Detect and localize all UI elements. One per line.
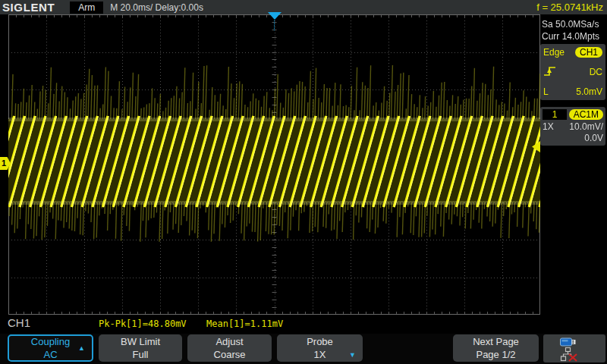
adjust-label: Adjust xyxy=(187,335,272,348)
next-page-label: Next Page xyxy=(453,335,539,348)
channel1-info-panel[interactable]: 1 AC1M 1X 10.0mV/ 0.0V xyxy=(540,107,605,146)
channel-offset-readout: 0.0V xyxy=(584,133,603,143)
channel-id-row: 1 AC1M xyxy=(543,108,603,121)
next-page-value: Page 1/2 xyxy=(453,348,539,361)
channel-offset-row: 0.0V xyxy=(543,132,603,144)
down-arrow-icon: ▼ xyxy=(349,349,356,362)
trigger-type-row: Edge CH1 xyxy=(543,46,602,58)
bw-limit-value: Full xyxy=(99,348,182,361)
connectivity-status-box xyxy=(543,334,605,362)
top-status-bar: SIGLENT Arm M 20.0ms/ Delay:0.00s f = 25… xyxy=(0,0,607,14)
trigger-level-value: 5.0mV xyxy=(576,86,602,97)
coupling-softkey-button[interactable]: Coupling AC ▲ xyxy=(8,334,93,362)
channel-coupling-badge: AC1M xyxy=(569,109,603,120)
memory-depth-readout: Curr 14.0Mpts xyxy=(542,31,599,42)
pkpk-measurement: Pk-Pk[1]=48.80mV xyxy=(99,318,187,329)
trigger-level-row: L 5.0mV xyxy=(543,86,602,98)
waveform-display xyxy=(8,14,540,315)
up-arrow-icon: ▲ xyxy=(78,342,85,355)
frequency-counter: f = 25.0741kHz xyxy=(536,2,603,13)
trigger-level-prefix: L xyxy=(543,86,549,97)
trigger-source-badge: CH1 xyxy=(575,47,602,58)
trigger-info-panel[interactable]: Edge CH1 DC L 5.0mV xyxy=(540,44,605,100)
adjust-softkey-button[interactable]: Adjust Coarse xyxy=(187,334,272,362)
acquisition-status-badge: Arm xyxy=(70,2,103,14)
lan-disconnected-icon xyxy=(560,347,605,362)
sample-rate-readout: Sa 50.0MSa/s xyxy=(542,19,599,30)
volts-per-div-readout: 10.0mV/ xyxy=(569,121,603,132)
trigger-type-label: Edge xyxy=(543,47,565,58)
trigger-coupling-label: DC xyxy=(590,67,602,77)
channel-number-chip: 1 xyxy=(543,109,567,120)
oscilloscope-screen: SIGLENT Arm M 20.0ms/ Delay:0.00s f = 25… xyxy=(0,0,607,364)
adjust-value: Coarse xyxy=(187,348,272,361)
usb-connected-icon xyxy=(560,337,605,347)
trigger-position-line xyxy=(274,20,275,30)
channel-scale-row: 1X 10.0mV/ xyxy=(543,121,603,133)
next-page-softkey-button[interactable]: Next Page Page 1/2 xyxy=(453,334,539,362)
active-channel-label: CH1 xyxy=(8,316,30,329)
softkey-menu-bar: Coupling AC ▲ BW Limit Full Adjust Coars… xyxy=(0,334,607,364)
bw-limit-label: BW Limit xyxy=(99,335,182,348)
bw-limit-softkey-button[interactable]: BW Limit Full xyxy=(99,334,182,362)
timebase-readout: M 20.0ms/ Delay:0.00s xyxy=(110,2,203,13)
trigger-position-marker-icon xyxy=(268,12,281,20)
brand-logo: SIGLENT xyxy=(2,1,55,14)
mean-measurement: Mean[1]=1.11mV xyxy=(206,318,283,329)
probe-label: Probe xyxy=(277,335,363,348)
trigger-slope-row: DC xyxy=(543,66,602,78)
rising-edge-icon xyxy=(543,65,557,80)
probe-softkey-button[interactable]: Probe 1X ▼ xyxy=(277,334,363,362)
probe-attenuation-label: 1X xyxy=(543,121,554,132)
